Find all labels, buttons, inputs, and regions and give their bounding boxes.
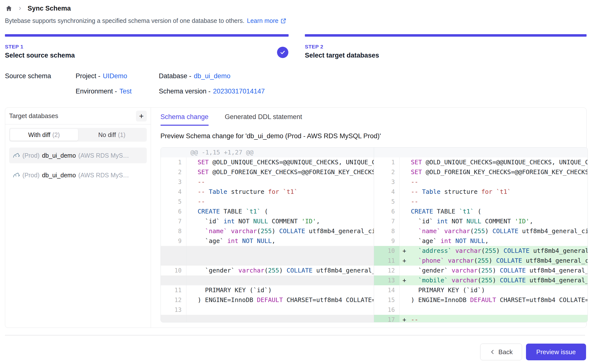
chevron-left-icon bbox=[490, 349, 495, 355]
learn-more-link[interactable]: Learn more bbox=[247, 17, 286, 24]
back-button[interactable]: Back bbox=[480, 344, 522, 360]
diff-line-number: 1 bbox=[374, 157, 400, 167]
step2-title: Select target databases bbox=[305, 52, 379, 59]
diff-code-text: -- bbox=[198, 197, 374, 207]
diff-line-number: 4 bbox=[161, 187, 186, 197]
diff-code-row: 10 `gender` varchar(255) COLLATE utf8mb4… bbox=[161, 266, 374, 275]
diff-code-text: `name` varchar(255) COLLATE utf8mb4_gene… bbox=[411, 226, 588, 236]
environment-link[interactable]: Test bbox=[119, 88, 132, 95]
diff-code-row: 9 `age` int NOT NULL, bbox=[374, 236, 588, 246]
diff-code-row: 6CREATE TABLE `t1` ( bbox=[374, 207, 588, 216]
target-databases-panel: Target databases + With diff(2)No diff(1… bbox=[5, 108, 151, 328]
diff-change-marker bbox=[400, 266, 411, 275]
diff-added-row: 11+ `phone` varchar(255) COLLATE utf8mb4… bbox=[374, 256, 588, 266]
diff-line-number: 17 bbox=[374, 315, 400, 322]
diff-code-row: 14 PRIMARY KEY (`id`) bbox=[374, 285, 588, 295]
diff-code-text: SET @OLD_UNIQUE_CHECKS=@@UNIQUE_CHECKS, … bbox=[411, 157, 588, 167]
tab-schema-change[interactable]: Schema change bbox=[161, 113, 209, 126]
diff-line-number: 16 bbox=[374, 305, 400, 315]
db-instance: (AWS RDS MyS… bbox=[78, 172, 129, 179]
main-panel: Target databases + With diff(2)No diff(1… bbox=[5, 107, 587, 328]
diff-change-marker: + bbox=[400, 275, 411, 285]
diff-line-number: 5 bbox=[374, 197, 400, 207]
diff-code-row: 9 `age` int NOT NULL, bbox=[161, 236, 374, 246]
diff-change-marker bbox=[400, 197, 411, 207]
diff-line-number: 11 bbox=[374, 256, 400, 266]
diff-line-number: 13 bbox=[374, 275, 400, 285]
diff-change-marker bbox=[400, 226, 411, 236]
diff-code-row: 5-- bbox=[374, 197, 588, 207]
diff-code-text: PRIMARY KEY (`id`) bbox=[198, 285, 374, 295]
diff-line-number: 5 bbox=[161, 197, 186, 207]
content-tabs: Schema changeGenerated DDL statement bbox=[161, 113, 302, 126]
diff-line-number: 7 bbox=[161, 216, 186, 226]
diff-code-text: SET @OLD_FOREIGN_KEY_CHECKS=@@FOREIGN_KE… bbox=[198, 167, 374, 177]
schema-change-content: Schema changeGenerated DDL statement Pre… bbox=[151, 108, 587, 328]
diff-line-number: 7 bbox=[374, 216, 400, 226]
home-icon[interactable] bbox=[5, 5, 12, 12]
diff-code-row: 12 `gender` varchar(255) COLLATE utf8mb4… bbox=[374, 266, 588, 275]
diff-line-number: 2 bbox=[374, 167, 400, 177]
diff-line-number: 6 bbox=[161, 207, 186, 216]
diff-code-text: `id` int NOT NULL COMMENT 'ID', bbox=[198, 216, 374, 226]
diff-code-text: `age` int NOT NULL, bbox=[198, 236, 374, 246]
mysql-dolphin-icon bbox=[13, 152, 20, 159]
schema-diff-view[interactable]: @@ -1,15 +1,27 @@1SET @OLD_UNIQUE_CHECKS… bbox=[161, 147, 588, 322]
diff-code-row: 8 `name` varchar(255) COLLATE utf8mb4_ge… bbox=[374, 226, 588, 236]
preview-issue-button[interactable]: Preview issue bbox=[526, 344, 586, 360]
schema-version-link[interactable]: 20230317014147 bbox=[213, 88, 265, 95]
diff-code-row: 3-- bbox=[161, 177, 374, 187]
diff-line-number: 9 bbox=[161, 236, 186, 246]
diff-code-text: `phone` varchar(255) COLLATE utf8mb4_gen… bbox=[411, 256, 588, 266]
diff-added-row: 13+ `mobile` varchar(255) COLLATE utf8mb… bbox=[374, 275, 588, 285]
target-database-item[interactable]: (Prod)db_ui_demo(AWS RDS MyS… bbox=[9, 148, 147, 163]
diff-line-number: 10 bbox=[374, 246, 400, 256]
diff-gap-row bbox=[161, 275, 374, 285]
diff-code-text: ) ENGINE=InnoDB DEFAULT CHARSET=utf8mb4 … bbox=[198, 295, 374, 305]
diff-line-number: 4 bbox=[374, 187, 400, 197]
breadcrumb: Sync Schema bbox=[5, 3, 71, 13]
diff-code-row: 1SET @OLD_UNIQUE_CHECKS=@@UNIQUE_CHECKS,… bbox=[374, 157, 588, 167]
db-environment: (Prod) bbox=[22, 152, 39, 159]
diff-change-marker bbox=[400, 305, 411, 315]
diff-code-row: 16 bbox=[374, 305, 588, 315]
diff-code-text: `mobile` varchar(255) COLLATE utf8mb4_ge… bbox=[411, 275, 588, 285]
step2: STEP 2 Select target databases bbox=[305, 44, 379, 59]
target-database-list: (Prod)db_ui_demo(AWS RDS MyS…(Prod)db_ui… bbox=[5, 142, 151, 183]
filter-tab-with-diff[interactable]: With diff(2) bbox=[10, 129, 78, 141]
step1-label: STEP 1 bbox=[5, 44, 75, 50]
diff-code-text: CREATE TABLE `t1` ( bbox=[411, 207, 588, 216]
diff-code-row: 2SET @OLD_FOREIGN_KEY_CHECKS=@@FOREIGN_K… bbox=[161, 167, 374, 177]
diff-change-marker: + bbox=[400, 315, 411, 322]
diff-code-row: 15) ENGINE=InnoDB DEFAULT CHARSET=utf8mb… bbox=[374, 295, 588, 305]
diff-code-row: 6CREATE TABLE `t1` ( bbox=[161, 207, 374, 216]
target-database-item[interactable]: (Prod)db_ui_demo(AWS RDS MyS… bbox=[9, 167, 147, 183]
diff-gap-row bbox=[161, 315, 374, 322]
diff-code-row: 13 bbox=[161, 305, 374, 315]
diff-code-row: 12) ENGINE=InnoDB DEFAULT CHARSET=utf8mb… bbox=[161, 295, 374, 305]
diff-pane-target: 1SET @OLD_UNIQUE_CHECKS=@@UNIQUE_CHECKS,… bbox=[374, 148, 588, 322]
description-text: Bytebase supports synchronizing a specif… bbox=[5, 17, 245, 24]
diff-line-number: 15 bbox=[374, 295, 400, 305]
diff-code-text: `id` int NOT NULL COMMENT 'ID', bbox=[411, 216, 588, 226]
diff-code-text bbox=[411, 305, 588, 315]
diff-code-row: 2SET @OLD_FOREIGN_KEY_CHECKS=@@FOREIGN_K… bbox=[374, 167, 588, 177]
filter-tab-no-diff[interactable]: No diff(1) bbox=[78, 129, 146, 141]
tab-generated-ddl-statement[interactable]: Generated DDL statement bbox=[225, 113, 302, 126]
source-field-project: Project - UIDemo bbox=[76, 72, 159, 80]
add-target-database-button[interactable]: + bbox=[136, 111, 147, 121]
database-link[interactable]: db_ui_demo bbox=[194, 72, 230, 80]
diff-change-marker bbox=[186, 285, 198, 295]
project-link[interactable]: UIDemo bbox=[103, 72, 127, 80]
diff-added-row: 17+-- bbox=[374, 315, 588, 322]
source-field-environment: Environment - Test bbox=[76, 88, 159, 95]
diff-change-marker bbox=[400, 285, 411, 295]
diff-change-marker bbox=[400, 177, 411, 187]
diff-hunk-header: @@ -1,15 +1,27 @@ bbox=[161, 148, 374, 157]
db-name: db_ui_demo bbox=[42, 172, 76, 179]
source-schema-row-2: Environment - Test Schema version - 2023… bbox=[5, 88, 265, 95]
target-databases-header: Target databases + bbox=[5, 108, 151, 124]
diff-code-text bbox=[198, 305, 374, 315]
step1: STEP 1 Select source schema bbox=[5, 44, 75, 59]
diff-line-number: 8 bbox=[161, 226, 186, 236]
